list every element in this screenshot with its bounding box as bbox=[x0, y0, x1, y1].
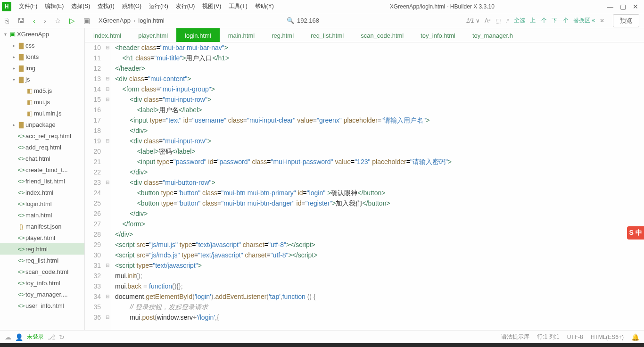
tree-arrow-icon[interactable]: ▸ bbox=[10, 54, 17, 59]
tree-label: css bbox=[25, 42, 35, 49]
editor-tab[interactable]: toy_info.html bbox=[412, 28, 464, 42]
tree-arrow-icon[interactable]: ▸ bbox=[10, 66, 17, 71]
login-status[interactable]: 未登录 bbox=[27, 333, 44, 341]
tree-label: player.html bbox=[25, 234, 55, 241]
tree-item[interactable]: <>chat.html bbox=[0, 153, 84, 164]
tree-item[interactable]: <>index.html bbox=[0, 187, 84, 198]
tree-item[interactable]: ▾▇js bbox=[0, 74, 84, 85]
menu-item[interactable]: 文件(F) bbox=[15, 1, 41, 12]
breadcrumb-root[interactable]: XGreenApp bbox=[99, 17, 131, 24]
replace-link[interactable]: 替换区 « bbox=[573, 17, 595, 25]
fold-column[interactable]: ⊟ ⊟⊟⊟ ⊟ ⊟ ⊟ ⊟ ⊟ bbox=[104, 42, 111, 330]
code-editor[interactable]: 1011121314151617181920212223242526272829… bbox=[85, 42, 644, 330]
editor-tab[interactable]: req_list.html bbox=[302, 28, 352, 42]
regex-icon[interactable]: .* bbox=[505, 17, 509, 24]
tree-arrow-icon[interactable]: ▾ bbox=[10, 77, 17, 82]
ime-badge[interactable]: S 中 bbox=[627, 226, 644, 240]
star-icon[interactable]: ☆ bbox=[55, 17, 61, 25]
editor-tab[interactable]: main.html bbox=[220, 28, 263, 42]
terminal-icon[interactable]: ▣ bbox=[83, 17, 90, 25]
menu-item[interactable]: 帮助(Y) bbox=[251, 1, 278, 12]
tree-item[interactable]: <>req_list.html bbox=[0, 255, 84, 266]
maximize-icon[interactable]: ▢ bbox=[620, 3, 626, 10]
close-search-icon[interactable]: ✕ bbox=[600, 17, 604, 24]
main-menu: 文件(F)编辑(E)选择(S)查找(I)跳转(G)运行(R)发行(U)视图(V)… bbox=[15, 1, 278, 12]
tree-item[interactable]: {}manifest.json bbox=[0, 221, 84, 232]
menu-item[interactable]: 视图(V) bbox=[198, 1, 225, 12]
bell-icon[interactable]: 🔔 bbox=[631, 333, 639, 341]
tree-label: scan_code.html bbox=[25, 268, 68, 275]
search-box[interactable]: 🔍 bbox=[287, 17, 344, 24]
tree-item[interactable]: <>scan_code.html bbox=[0, 266, 84, 277]
editor-tab[interactable]: scan_code.html bbox=[352, 28, 412, 42]
language-mode[interactable]: HTML(ES6+) bbox=[591, 334, 624, 340]
file-tree[interactable]: ▾▣XGreenApp▸▇css▸▇fonts▸▇img▾▇js◧md5.js◧… bbox=[0, 28, 85, 330]
prev-link[interactable]: 上一个 bbox=[530, 17, 547, 25]
tree-item[interactable]: <>main.html bbox=[0, 209, 84, 221]
editor-tab[interactable]: player.html bbox=[130, 28, 176, 42]
tree-item[interactable]: <>reg.html bbox=[0, 243, 84, 255]
forward-icon[interactable]: › bbox=[44, 17, 46, 25]
tree-item[interactable]: <>toy_info.html bbox=[0, 277, 84, 289]
editor-tab[interactable]: toy_manager.h bbox=[464, 28, 521, 42]
menu-item[interactable]: 选择(S) bbox=[67, 1, 94, 12]
close-icon[interactable]: ✕ bbox=[633, 3, 638, 10]
tree-item[interactable]: <>create_bind_t... bbox=[0, 164, 84, 175]
minimize-icon[interactable]: — bbox=[607, 3, 613, 10]
editor-tab[interactable]: login.html bbox=[176, 28, 220, 42]
tree-item[interactable]: ▸▇fonts bbox=[0, 51, 84, 62]
search-input[interactable] bbox=[297, 17, 344, 24]
tree-arrow-icon[interactable]: ▾ bbox=[2, 32, 8, 37]
tree-item[interactable]: <>user_info.html bbox=[0, 300, 84, 311]
back-icon[interactable]: ‹ bbox=[33, 17, 35, 25]
tree-item[interactable]: ◧mui.min.js bbox=[0, 107, 84, 119]
case-icon[interactable]: Aᵃ bbox=[485, 17, 491, 24]
select-all-link[interactable]: 全选 bbox=[514, 17, 525, 25]
tree-item[interactable]: <>acc_ref_req.html bbox=[0, 130, 84, 141]
tree-item[interactable]: ◧mui.js bbox=[0, 96, 84, 107]
file-icon: <> bbox=[17, 302, 25, 309]
file-icon: ◧ bbox=[25, 87, 34, 94]
save-icon[interactable]: 🖫 bbox=[17, 17, 25, 25]
menu-item[interactable]: 运行(R) bbox=[145, 1, 172, 12]
user-icon[interactable]: 👤 bbox=[15, 333, 23, 341]
code-content[interactable]: <header class="mui-bar mui-bar-nav"> <h1… bbox=[111, 42, 644, 330]
breadcrumb[interactable]: XGreenApp › login.html bbox=[99, 17, 165, 24]
editor-tab[interactable]: index.html bbox=[85, 28, 130, 42]
tree-item[interactable]: <>toy_manager.... bbox=[0, 289, 84, 300]
tree-label: friend_list.html bbox=[25, 178, 65, 185]
menu-item[interactable]: 查找(I) bbox=[94, 1, 118, 12]
new-file-icon[interactable]: ⎘ bbox=[5, 17, 9, 25]
line-gutter: 1011121314151617181920212223242526272829… bbox=[85, 42, 104, 330]
tree-item[interactable]: ▾▣XGreenApp bbox=[0, 28, 84, 40]
tree-item[interactable]: <>add_req.html bbox=[0, 141, 84, 153]
menu-item[interactable]: 编辑(E) bbox=[41, 1, 67, 12]
word-icon[interactable]: ⬚ bbox=[495, 17, 501, 24]
cloud-icon[interactable]: ☁ bbox=[5, 333, 11, 341]
sync-icon[interactable]: ↻ bbox=[59, 333, 65, 341]
run-icon[interactable]: ▷ bbox=[69, 17, 75, 25]
breadcrumb-file[interactable]: login.html bbox=[138, 17, 165, 24]
window-controls: — ▢ ✕ bbox=[607, 3, 642, 10]
file-icon: <> bbox=[17, 144, 25, 151]
tree-arrow-icon[interactable]: ▸ bbox=[10, 43, 17, 48]
syntax-lib[interactable]: 语法提示库 bbox=[501, 333, 529, 341]
tree-arrow-icon[interactable]: ▸ bbox=[10, 122, 17, 127]
branch-icon[interactable]: ⎇ bbox=[48, 333, 55, 341]
menu-item[interactable]: 发行(U) bbox=[172, 1, 199, 12]
file-icon: <> bbox=[17, 234, 25, 241]
tree-item[interactable]: ◧md5.js bbox=[0, 85, 84, 96]
tree-label: manifest.json bbox=[25, 223, 62, 230]
tree-item[interactable]: <>login.html bbox=[0, 198, 84, 209]
encoding[interactable]: UTF-8 bbox=[567, 334, 583, 340]
tree-item[interactable]: ▸▇css bbox=[0, 40, 84, 51]
menu-item[interactable]: 工具(T) bbox=[225, 1, 251, 12]
menu-item[interactable]: 跳转(G) bbox=[118, 1, 145, 12]
tree-item[interactable]: <>friend_list.html bbox=[0, 175, 84, 187]
next-link[interactable]: 下一个 bbox=[552, 17, 569, 25]
tree-item[interactable]: ▸▇img bbox=[0, 62, 84, 74]
editor-tab[interactable]: reg.html bbox=[263, 28, 302, 42]
tree-item[interactable]: <>player.html bbox=[0, 232, 84, 243]
tree-item[interactable]: ▸▇unpackage bbox=[0, 119, 84, 130]
preview-button[interactable]: 预览 bbox=[613, 14, 639, 27]
